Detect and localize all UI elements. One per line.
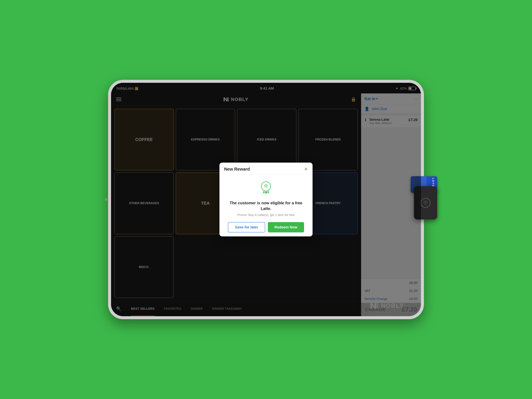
reader-wifi-icon: ⦿ [423, 200, 428, 205]
ipad-frame: NoblyLabs 📶 9:41 AM ✦ 42% [108, 80, 424, 319]
redeem-now-button[interactable]: Redeem Now [268, 222, 304, 232]
modal-buttons: Save for later Redeem Now [224, 222, 308, 232]
reward-badge-icon [259, 181, 273, 196]
reward-promo: Promo: Buy 4 Latte(s), get 1 item for fr… [224, 213, 308, 217]
reward-modal: New Reward ✕ [219, 163, 313, 236]
svg-point-0 [261, 182, 271, 191]
modal-title: New Reward [224, 167, 250, 172]
save-later-button[interactable]: Save for later [228, 222, 265, 232]
reward-icon-container [224, 181, 308, 196]
modal-overlay: New Reward ✕ [111, 83, 421, 316]
reader-circle: ⦿ [421, 198, 431, 208]
ipad-camera [105, 198, 108, 201]
modal-close-button[interactable]: ✕ [304, 167, 308, 171]
modal-body: The customer is now eligible for a free … [219, 175, 313, 236]
ipad-screen: NoblyLabs 📶 9:41 AM ✦ 42% [111, 83, 421, 316]
modal-header: New Reward ✕ [219, 163, 313, 175]
reward-message: The customer is now eligible for a free … [224, 200, 308, 211]
